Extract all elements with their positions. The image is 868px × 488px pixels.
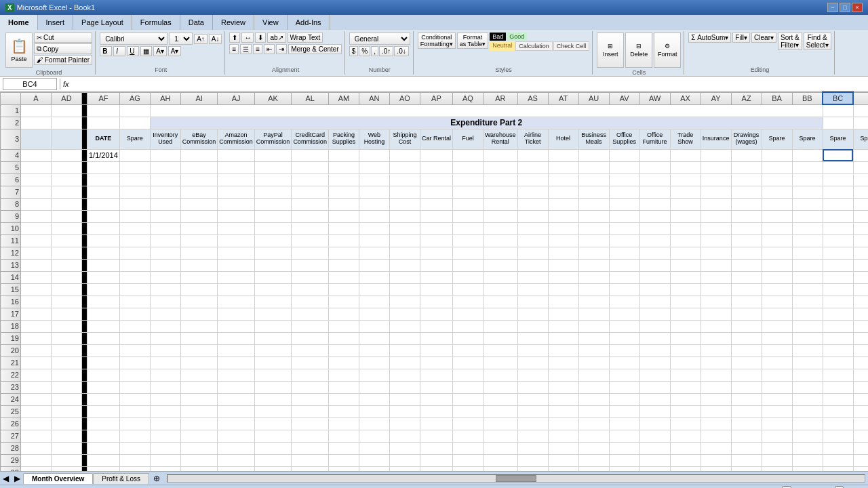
- row-24[interactable]: 24: [1, 393, 21, 405]
- cell-data-26-17[interactable]: [639, 418, 670, 430]
- cell-col-13-1[interactable]: [52, 259, 82, 271]
- cell-data-29-9[interactable]: [389, 454, 420, 466]
- cell-data-25-5[interactable]: [254, 405, 292, 418]
- col-AO[interactable]: AO: [389, 92, 420, 104]
- cell-col-24-0[interactable]: [21, 393, 52, 405]
- cell-data-12-15[interactable]: [578, 247, 609, 259]
- cell-data-11-17[interactable]: [639, 235, 670, 247]
- cell-AX4[interactable]: [670, 149, 701, 161]
- cell-AF2[interactable]: [87, 117, 120, 129]
- cell-data-6-11[interactable]: [452, 174, 483, 186]
- cell-data-16-1[interactable]: [119, 296, 150, 308]
- cell-data-11-7[interactable]: [328, 235, 359, 247]
- cell-data-6-12[interactable]: [483, 174, 517, 186]
- cell-data-18-13[interactable]: [517, 320, 548, 332]
- orientation-btn[interactable]: ab↗: [267, 33, 285, 43]
- cell-data-7-18[interactable]: [670, 186, 701, 198]
- cell-data-16-12[interactable]: [483, 296, 517, 308]
- cell-BD4[interactable]: [853, 149, 868, 161]
- cell-col-27-0[interactable]: [21, 430, 52, 442]
- cell-data-27-12[interactable]: [483, 430, 517, 442]
- row-16[interactable]: 16: [1, 296, 21, 308]
- cell-data-8-0[interactable]: [87, 198, 120, 210]
- cell-data-16-18[interactable]: [670, 296, 701, 308]
- cell-data-12-14[interactable]: [548, 247, 578, 259]
- restore-btn[interactable]: □: [840, 3, 850, 12]
- cell-data-8-17[interactable]: [639, 198, 670, 210]
- cell-data-6-19[interactable]: [701, 174, 731, 186]
- cell-data-16-21[interactable]: [762, 296, 792, 308]
- cell-data-9-14[interactable]: [548, 210, 578, 222]
- cell-data-24-16[interactable]: [609, 393, 639, 405]
- italic-btn[interactable]: I: [113, 46, 125, 56]
- cell-data-27-2[interactable]: [150, 430, 180, 442]
- col-AI[interactable]: AI: [180, 92, 218, 104]
- row-12[interactable]: 12: [1, 247, 21, 259]
- cell-col-14-1[interactable]: [52, 271, 82, 283]
- cell-data-9-15[interactable]: [578, 210, 609, 222]
- cell-data-14-14[interactable]: [548, 271, 578, 283]
- cell-data-25-17[interactable]: [639, 405, 670, 418]
- cell-data-11-4[interactable]: [218, 235, 255, 247]
- add-sheet-btn[interactable]: ⊕: [149, 472, 164, 485]
- cell-data-12-7[interactable]: [328, 247, 359, 259]
- cell-data-22-4[interactable]: [218, 369, 255, 381]
- cell-data-29-14[interactable]: [548, 454, 578, 466]
- cell-data-6-23[interactable]: [823, 174, 853, 186]
- cell-data-26-20[interactable]: [731, 418, 762, 430]
- cell-data-15-12[interactable]: [483, 283, 517, 296]
- cell-data-7-1[interactable]: [119, 186, 150, 198]
- cell-data-29-13[interactable]: [517, 454, 548, 466]
- cell-data-16-4[interactable]: [218, 296, 255, 308]
- cell-data-20-4[interactable]: [218, 344, 255, 357]
- cell-data-12-4[interactable]: [218, 247, 255, 259]
- cell-data-25-2[interactable]: [150, 405, 180, 418]
- cell-data-25-24[interactable]: [853, 405, 868, 418]
- cell-data-12-11[interactable]: [452, 247, 483, 259]
- cell-data-18-10[interactable]: [420, 320, 452, 332]
- cell-data-5-17[interactable]: [639, 161, 670, 174]
- cell-data-23-7[interactable]: [328, 381, 359, 393]
- cell-A3[interactable]: [21, 129, 52, 149]
- cell-AN4[interactable]: [359, 149, 389, 161]
- cell-data-15-5[interactable]: [254, 283, 292, 296]
- cell-data-27-14[interactable]: [548, 430, 578, 442]
- cell-AY4[interactable]: [701, 149, 731, 161]
- sheet-area[interactable]: A AD AF AG AH AI AJ AK AL AM AN AO AP AQ…: [0, 92, 868, 471]
- col-AK[interactable]: AK: [254, 92, 292, 104]
- cell-data-22-11[interactable]: [452, 369, 483, 381]
- cell-data-28-11[interactable]: [452, 442, 483, 454]
- cell-data-29-8[interactable]: [359, 454, 389, 466]
- font-size-select[interactable]: 11: [169, 33, 193, 45]
- cell-data-18-16[interactable]: [609, 320, 639, 332]
- cell-data-15-10[interactable]: [420, 283, 452, 296]
- font-color-btn[interactable]: A▾: [168, 46, 182, 56]
- cell-data-15-11[interactable]: [452, 283, 483, 296]
- cell-data-16-23[interactable]: [823, 296, 853, 308]
- cell-data-14-7[interactable]: [328, 271, 359, 283]
- cell-AF3-date[interactable]: DATE: [87, 129, 120, 149]
- cell-data-6-0[interactable]: [87, 174, 120, 186]
- cell-data-13-20[interactable]: [731, 259, 762, 271]
- cell-data-23-0[interactable]: [87, 381, 120, 393]
- cell-data-22-7[interactable]: [328, 369, 359, 381]
- cell-AF1[interactable]: [87, 104, 120, 117]
- cell-data-17-6[interactable]: [292, 308, 329, 320]
- cell-data-30-12[interactable]: [483, 466, 517, 471]
- cell-data-20-2[interactable]: [150, 344, 180, 357]
- cell-AT3[interactable]: Hotel: [548, 129, 578, 149]
- cell-data-23-5[interactable]: [254, 381, 292, 393]
- number-format-select[interactable]: General: [349, 33, 410, 45]
- cell-data-10-16[interactable]: [609, 222, 639, 235]
- tab-home[interactable]: Home: [0, 15, 38, 30]
- cell-data-28-3[interactable]: [180, 442, 218, 454]
- cell-data-19-8[interactable]: [359, 332, 389, 344]
- cell-data-22-20[interactable]: [731, 369, 762, 381]
- cell-data-15-23[interactable]: [823, 283, 853, 296]
- cell-AW4[interactable]: [639, 149, 670, 161]
- cell-data-11-22[interactable]: [792, 235, 823, 247]
- row-18[interactable]: 18: [1, 320, 21, 332]
- cell-data-13-1[interactable]: [119, 259, 150, 271]
- cell-data-23-3[interactable]: [180, 381, 218, 393]
- cell-data-15-20[interactable]: [731, 283, 762, 296]
